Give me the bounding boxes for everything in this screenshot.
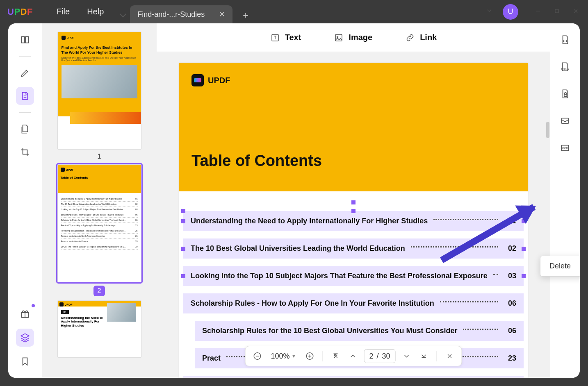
edit-link-label: Link	[420, 33, 437, 42]
left-toolbar	[8, 23, 42, 378]
ocr-button[interactable]: OCR	[556, 139, 574, 157]
close-footer-button[interactable]	[444, 350, 456, 362]
document-scroll[interactable]: UPDF Table of Contents Understanding the…	[157, 52, 550, 378]
toc-row[interactable]: Looking Into the Top 10 Subject Majors T…	[183, 266, 524, 286]
new-tab-button[interactable]: ＋	[237, 7, 254, 23]
zoom-level[interactable]: 100% ▼	[269, 352, 299, 361]
prev-page-button[interactable]	[346, 350, 359, 362]
page-separator: /	[376, 352, 378, 361]
thumb3-badge: 01	[61, 310, 69, 314]
toc-page-number: 02	[504, 244, 516, 253]
page-logo-text: UPDF	[208, 76, 230, 85]
toc-row[interactable]: Scholarship Rules - How to Apply For One…	[183, 293, 524, 313]
toc-page-number: 06	[504, 327, 516, 335]
edit-text-button[interactable]: Text	[270, 33, 301, 43]
titlebar-right: U	[483, 0, 588, 23]
organize-pages-button[interactable]	[16, 120, 34, 138]
close-tab-icon[interactable]: ✕	[219, 10, 225, 19]
reader-mode-button[interactable]	[16, 31, 34, 49]
separator	[19, 112, 31, 113]
current-page: 2	[369, 352, 373, 361]
app-logo: UPDF	[0, 7, 40, 17]
toc-row[interactable]: Reviewing the Application Period and Off…	[183, 376, 524, 378]
separator	[19, 56, 31, 57]
toc-page-number: 06	[504, 299, 516, 308]
protect-button[interactable]	[556, 85, 574, 103]
user-avatar[interactable]: U	[503, 4, 518, 20]
thumbnail-page-3[interactable]: UPDF 01 Understanding the Need to Apply …	[57, 300, 141, 358]
vertical-scrollbar-thumb[interactable]	[546, 122, 549, 138]
annotate-button[interactable]	[16, 64, 34, 82]
toc-row[interactable]: Scholarship Rules for the 10 Best Global…	[195, 321, 524, 341]
page-logo: UPDF	[191, 74, 515, 86]
thumb2-title: Table of Contents	[61, 176, 138, 179]
svg-text:OCR: OCR	[562, 147, 568, 150]
toc-page-number: 03	[504, 272, 516, 280]
thumb-label-1: 1	[98, 153, 101, 160]
pdfa-button[interactable]: PDF/A	[556, 58, 574, 76]
layers-button[interactable]	[16, 329, 34, 347]
account-dropdown-icon[interactable]	[483, 7, 495, 16]
page-number-input[interactable]: 2 / 30	[364, 349, 395, 363]
toc-text: Looking Into the Top 10 Subject Majors T…	[191, 272, 488, 280]
right-toolbar: PDF/A OCR	[550, 23, 580, 378]
context-menu-delete[interactable]: Delete	[549, 262, 571, 270]
toc-text: Pract	[202, 354, 221, 363]
thumb-logo-text: UPDF	[66, 168, 74, 171]
convert-button[interactable]	[556, 31, 574, 49]
toc-dots	[433, 219, 498, 220]
zoom-caret-icon: ▼	[292, 353, 296, 359]
minimize-button[interactable]	[534, 8, 542, 16]
share-button[interactable]	[556, 112, 574, 130]
footer-controls: 100% ▼ 2 / 30	[245, 346, 462, 366]
last-page-button[interactable]	[418, 350, 430, 362]
zoom-out-button[interactable]	[251, 350, 264, 362]
thumbnails-panel: UPDF Find and Apply For the Best Institu…	[42, 23, 157, 378]
toc-row[interactable]: Understanding the Need to Apply Internat…	[183, 211, 524, 231]
svg-rect-8	[564, 94, 567, 96]
page-title: Table of Contents	[191, 152, 515, 170]
thumbnail-page-1[interactable]: UPDF Find and Apply For the Best Institu…	[57, 32, 141, 150]
crop-button[interactable]	[16, 143, 34, 161]
toc-dots	[463, 329, 498, 330]
edit-text-label: Text	[285, 33, 301, 42]
edit-image-label: Image	[349, 33, 372, 42]
thumbnail-page-2[interactable]: UPDF Table of Contents Understanding the…	[57, 164, 141, 282]
svg-rect-0	[555, 9, 558, 13]
page-2[interactable]: UPDF Table of Contents Understanding the…	[179, 63, 528, 378]
thumb3-image	[107, 303, 136, 322]
gift-button[interactable]	[16, 305, 34, 323]
workspace: UPDF Find and Apply For the Best Institu…	[8, 23, 580, 378]
svg-rect-3	[335, 34, 342, 41]
context-menu: Delete Del	[540, 256, 580, 277]
toc-text: The 10 Best Global Universities Leading …	[191, 244, 405, 253]
edit-toolbar: Text Image Link	[157, 23, 550, 52]
thumb-label-2: 2	[93, 286, 105, 296]
document-tab[interactable]: Find-and-...r-Studies ✕	[130, 5, 232, 23]
document-area: Text Image Link UPDF Table of Contents	[157, 23, 550, 378]
toc-text: Understanding the Need to Apply Internat…	[191, 217, 428, 225]
next-page-button[interactable]	[401, 350, 413, 362]
menu-file[interactable]: File	[57, 7, 70, 16]
total-pages: 30	[382, 352, 390, 361]
edit-image-button[interactable]: Image	[334, 33, 372, 43]
menu-help[interactable]: Help	[87, 7, 104, 16]
edit-link-button[interactable]: Link	[405, 33, 437, 43]
tab-bar: Find-and-...r-Studies ✕ ＋	[116, 0, 254, 23]
zoom-value-text: 100%	[271, 352, 290, 361]
bookmark-button[interactable]	[16, 352, 34, 370]
zoom-in-button[interactable]	[303, 350, 316, 362]
svg-point-4	[337, 36, 338, 37]
first-page-button[interactable]	[329, 350, 342, 362]
toc-text: Scholarship Rules for the 10 Best Global…	[202, 327, 457, 335]
toc-text: Scholarship Rules - How to Apply For One…	[191, 299, 434, 308]
toc-page-number: 23	[504, 354, 516, 363]
maximize-button[interactable]	[553, 8, 561, 16]
close-window-button[interactable]	[572, 8, 580, 16]
menu-bar: File Help	[57, 7, 104, 16]
tab-dropdown-icon[interactable]	[116, 7, 130, 23]
tab-title: Find-and-...r-Studies	[137, 10, 205, 19]
thumb-logo-text: UPDF	[65, 303, 73, 306]
toc-dots	[411, 246, 498, 247]
edit-button[interactable]	[16, 87, 34, 105]
